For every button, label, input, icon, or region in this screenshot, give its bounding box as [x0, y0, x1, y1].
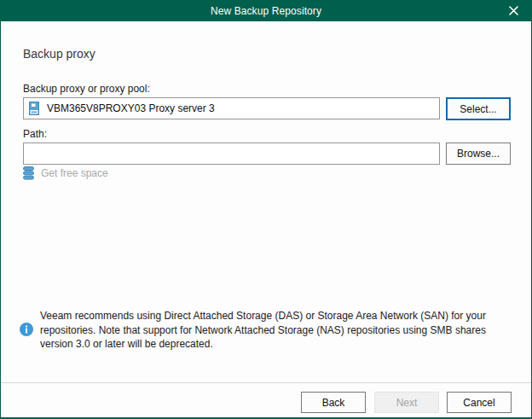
info-note-text: Veeam recommends using Direct Attached S… [40, 309, 506, 352]
close-button[interactable] [494, 0, 532, 21]
select-button[interactable]: Select... [446, 97, 511, 120]
back-button[interactable]: Back [301, 392, 366, 413]
footer-separator [1, 382, 531, 383]
proxy-field[interactable]: VBM365V8PROXY03 Proxy server 3 [23, 97, 440, 119]
get-free-space-label: Get free space [41, 167, 108, 179]
proxy-field-value: VBM365V8PROXY03 Proxy server 3 [47, 102, 215, 114]
close-icon [509, 6, 518, 15]
get-free-space-link[interactable]: Get free space [23, 166, 108, 181]
path-input[interactable] [23, 143, 440, 165]
proxy-server-icon [29, 102, 39, 115]
cancel-button[interactable]: Cancel [447, 392, 512, 413]
next-button[interactable]: Next [374, 392, 439, 413]
proxy-field-label: Backup proxy or proxy pool: [23, 83, 150, 95]
page-title: Backup proxy [23, 47, 95, 61]
window-title: New Backup Repository [211, 5, 321, 17]
titlebar: New Backup Repository [0, 0, 532, 21]
browse-button[interactable]: Browse... [446, 143, 511, 165]
new-backup-repository-dialog: New Backup Repository Backup proxy Backu… [0, 0, 532, 419]
info-icon [20, 323, 33, 336]
database-icon [23, 166, 34, 180]
path-field-label: Path: [23, 128, 47, 140]
